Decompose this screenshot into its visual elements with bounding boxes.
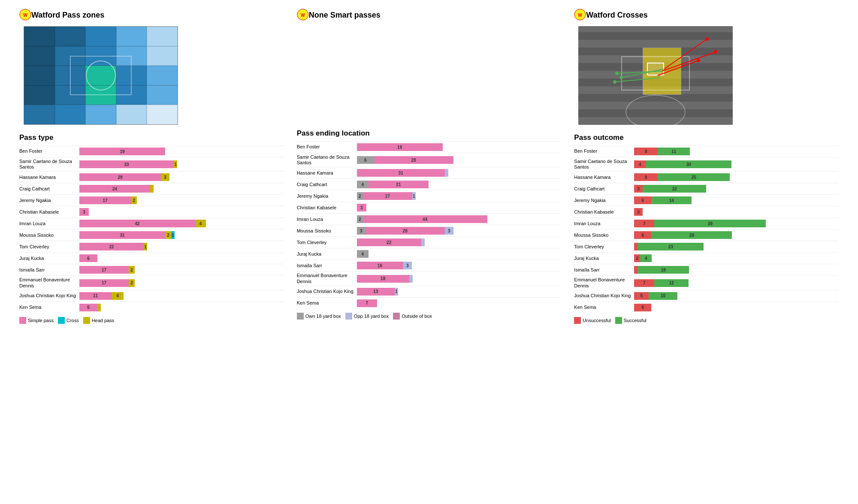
legend-item: Head pass	[83, 317, 115, 324]
legend-item: Outside of box	[393, 313, 432, 320]
bars-area: 18	[634, 266, 839, 274]
bar-segment: 3	[79, 208, 89, 216]
bars-area: 421	[357, 181, 562, 188]
bar-segment: 3	[634, 208, 643, 216]
bar-row: Imran Louza 244	[297, 213, 562, 223]
bars-area: 628	[634, 231, 839, 239]
bars-area: 739	[634, 220, 839, 227]
bar-segment: 1	[171, 231, 175, 239]
bar-segment: 13	[357, 288, 395, 296]
svg-line-10	[617, 71, 662, 73]
legend-item: Simple pass	[19, 317, 54, 324]
bar-segment: 3	[161, 173, 169, 181]
panel-title-crosses: Watford Crosses	[586, 11, 647, 20]
panel-title-smart-passes: None Smart passes	[309, 11, 381, 20]
bars-area: 331	[79, 160, 284, 168]
bar-row: Imran Louza 739	[574, 217, 839, 228]
bar-label: Emmanuel Bonaventure Dennis	[19, 277, 79, 288]
svg-point-15	[619, 76, 623, 79]
svg-point-16	[615, 72, 619, 75]
bar-segment: 3	[357, 204, 366, 211]
bars-area: 712	[634, 279, 839, 287]
bar-label: Christian Kabasele	[574, 209, 634, 215]
legend-color-box	[393, 313, 400, 320]
legend-label: Outside of box	[402, 314, 432, 319]
bar-segment: 2	[357, 215, 363, 223]
bar-row: Samir Caetano de Souza Santos 628	[297, 153, 562, 166]
panel-header-crosses: W Watford Crosses	[574, 9, 839, 22]
bars-area: 424	[79, 220, 284, 227]
bar-label: Craig Cathcart	[297, 182, 357, 187]
bars-area: 22	[357, 238, 562, 246]
bar-row: Joshua Christian Kojo King 114	[19, 290, 284, 300]
bar-row: Ismaïla Sarr 18	[574, 264, 839, 274]
bar-row: Ken Sema 7	[297, 297, 562, 308]
svg-text:W: W	[301, 13, 305, 18]
bar-label: Ben Foster	[297, 144, 357, 150]
bar-row: Ismaïla Sarr 163	[297, 260, 562, 270]
bar-segment: 2	[129, 266, 135, 274]
bar-label: Joshua Christian Kojo King	[19, 293, 79, 299]
bars-area: 7	[357, 299, 562, 307]
logo-pass-zones: W	[19, 9, 31, 22]
bars-area: 4	[357, 250, 562, 258]
bar-segment: 4	[357, 250, 369, 258]
bar-segment: 8	[634, 148, 658, 155]
bar-row: Emmanuel Bonaventure Dennis 172	[19, 275, 284, 288]
bar-row: Moussa Sissoko 3121	[19, 229, 284, 239]
bar-row: Moussa Sissoko 628	[574, 229, 839, 239]
bar-segment: 42	[79, 220, 195, 227]
bar-row: Ken Sema 6	[19, 302, 284, 312]
bar-label: Ken Sema	[574, 305, 634, 310]
bar-label: Jeremy Ngakia	[19, 198, 79, 203]
panel-crosses: W Watford Crosses Pass ou	[568, 9, 845, 324]
bar-segment: 17	[79, 266, 129, 274]
legend-label: Successful	[624, 318, 647, 323]
bars-area: 172	[79, 279, 284, 287]
legend-label: Opp 18 yard box	[354, 314, 389, 319]
bar-segment: 2	[165, 231, 171, 239]
legend-label: Simple pass	[28, 318, 54, 323]
bar-segment: 2	[634, 254, 640, 262]
bar-segment: 5	[634, 292, 649, 300]
bar-label: Imran Louza	[19, 221, 79, 226]
bar-label: Ken Sema	[19, 305, 79, 310]
bar-segment: 6	[634, 196, 651, 204]
bar-segment: 31	[357, 169, 445, 177]
bar-label: Jeremy Ngakia	[297, 193, 357, 199]
bar-segment: 29	[79, 173, 161, 181]
svg-line-6	[664, 39, 707, 69]
bar-segment: 1	[395, 288, 398, 296]
bar-segment	[634, 243, 637, 250]
bar-label: Juraj Kucka	[297, 251, 357, 257]
bar-row: Jeremy Ngakia 614	[574, 194, 839, 205]
svg-point-12	[705, 37, 709, 41]
bar-segment: 16	[357, 262, 403, 269]
bar-label: Moussa Sissoko	[574, 232, 634, 238]
panel-header-pass-zones: W Watford Pass zones	[19, 9, 284, 22]
bar-segment: 10	[649, 292, 677, 300]
bar-segment: 14	[651, 196, 692, 204]
legend-color-box	[58, 317, 65, 324]
bar-segment: 7	[634, 220, 654, 227]
bar-label: Ben Foster	[574, 148, 634, 154]
bar-label: Jeremy Ngakia	[574, 198, 634, 203]
legend-item: Cross	[58, 317, 79, 324]
legend-smart-passes: Own 18 yard box Opp 18 yard box Outside …	[297, 313, 562, 320]
legend-item: Unsuccessful	[574, 317, 610, 324]
bar-row: Imran Louza 424	[19, 217, 284, 228]
bar-segment: 18	[357, 275, 409, 283]
bar-label: Juraj Kucka	[19, 256, 79, 261]
bars-area: 3	[79, 208, 284, 216]
bar-label: Christian Kabasele	[297, 205, 357, 211]
legend-label: Head pass	[92, 318, 115, 323]
bar-segment: 22	[357, 238, 421, 246]
bar-label: Juraj Kucka	[574, 256, 634, 261]
bar-segment: 3	[357, 227, 366, 235]
bar-row: Joshua Christian Kojo King 131	[297, 286, 562, 296]
bars-area: 6	[79, 254, 284, 262]
bars-area: 6	[79, 304, 284, 311]
bar-label: Ben Foster	[19, 148, 79, 154]
empty-visual	[297, 26, 562, 125]
bars-area: 131	[357, 288, 562, 296]
